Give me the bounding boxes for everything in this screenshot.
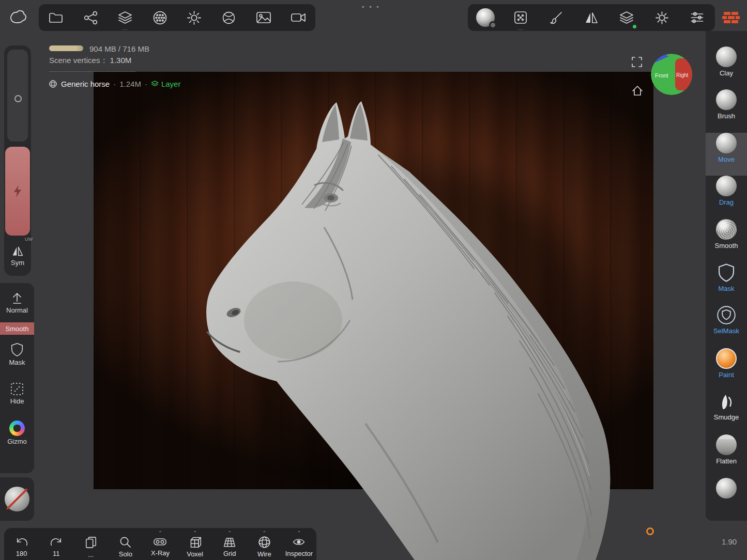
layers-green-icon (151, 80, 159, 88)
tool-flatten[interactable]: Flatten (706, 434, 747, 477)
smooth-mode-strip[interactable]: Smooth (0, 322, 34, 335)
scene-vertices-value: 1.30M (110, 56, 132, 65)
flatten-tool-icon (716, 434, 737, 455)
memory-usage-fill (49, 45, 83, 51)
nav-orientation-cube[interactable]: Front Right (650, 53, 693, 96)
clay-tool-icon (716, 46, 737, 67)
intensity-slider[interactable] (5, 147, 30, 236)
undo-count: 180 (16, 550, 27, 557)
falloff-disabled-sphere[interactable] (5, 487, 29, 511)
topbar-right: ... (468, 4, 715, 31)
nav-front-label: Front (655, 72, 668, 79)
camera-button[interactable] (286, 6, 310, 29)
solo-button[interactable]: ⌃ Solo (110, 531, 141, 558)
tool-partial[interactable] (706, 478, 747, 521)
stroke-normal-button[interactable]: Normal (0, 283, 34, 322)
background-image-button[interactable] (252, 6, 276, 29)
brush-tool-icon (716, 89, 737, 110)
radius-slider[interactable] (7, 50, 28, 142)
layer-label: Layer (161, 80, 181, 88)
object-info-row: Generic horse · 1.24M · Layer (49, 80, 180, 88)
fullscreen-icon[interactable] (631, 56, 643, 68)
lighting-button[interactable] (182, 6, 206, 29)
store-button[interactable] (720, 7, 742, 28)
solo-magnifier-icon (119, 536, 132, 549)
radius-slider-handle[interactable] (14, 95, 22, 102)
tool-move[interactable]: Move (706, 133, 747, 176)
symmetry-button[interactable] (580, 6, 603, 29)
paint-settings-button[interactable] (544, 6, 568, 29)
nav-right-label: Right (676, 72, 689, 78)
matcap-gear-icon (490, 22, 496, 28)
tool-smooth[interactable]: Smooth (706, 219, 747, 262)
lighting-icon (187, 10, 202, 25)
smooth-tool-icon (716, 219, 737, 240)
sliders-icon (690, 10, 705, 25)
tool-drag[interactable]: Drag (706, 176, 747, 219)
undo-icon (15, 536, 28, 548)
matcap-button[interactable] (474, 6, 497, 29)
pages-button[interactable]: ⌃ ... (75, 531, 106, 558)
tool-paint[interactable]: Paint (706, 348, 747, 391)
gizmo-orb-icon (9, 421, 25, 436)
symmetry-toggle[interactable]: Sym (4, 238, 31, 274)
home-icon[interactable] (631, 85, 644, 97)
layer-chip[interactable]: Layer (151, 80, 181, 88)
layers-button[interactable] (615, 6, 638, 29)
background-image-icon (256, 10, 271, 25)
inspector-button[interactable]: ⌃ Inspector (283, 531, 314, 557)
wireframe-icon (258, 536, 271, 549)
stamp-icon (513, 10, 528, 25)
sculpt-viewport[interactable]: Front Right (35, 31, 706, 560)
memory-usage-bar (49, 45, 83, 51)
scene-vertices-label: Scene vertices： (49, 56, 108, 65)
scene-stack-button[interactable]: ... (113, 6, 137, 29)
topology-icon (153, 10, 167, 25)
gizmo-button[interactable]: Gizmo (0, 413, 34, 453)
undo-button[interactable]: ⌃ 180 (6, 531, 37, 557)
wire-button[interactable]: ⌃ Wire (249, 531, 280, 558)
symmetry-icon (584, 10, 599, 25)
object-name: Generic horse (61, 80, 110, 88)
window-drag-handle[interactable]: • • • (362, 3, 380, 11)
tool-selmask[interactable]: SelMask (706, 305, 747, 348)
move-tool-icon (716, 133, 737, 153)
scene-graph-icon (83, 10, 98, 25)
tool-mask[interactable]: Mask (706, 262, 747, 305)
smudge-tool-icon (717, 392, 736, 411)
scene-graph-button[interactable] (79, 6, 102, 29)
stamp-button[interactable]: ... (509, 6, 532, 29)
hide-button[interactable]: Hide (0, 374, 34, 413)
voxel-button[interactable]: ⌃ Voxel (179, 531, 210, 558)
settings-gear-icon (654, 10, 669, 25)
selmask-tool-icon (716, 305, 736, 325)
falloff-panel (0, 477, 34, 521)
grid-button[interactable]: ⌃ Grid (214, 531, 245, 557)
files-button[interactable] (44, 6, 68, 29)
pages-icon (85, 536, 97, 549)
nomad-logo-icon[interactable] (7, 8, 29, 26)
layers-icon (619, 10, 634, 25)
bricks-icon (722, 10, 740, 25)
tool-clay[interactable]: Clay (706, 46, 747, 89)
dashed-separator: ------------------------------------ (49, 68, 136, 74)
matcap-sphere-icon (476, 8, 495, 27)
mesh-globe-icon (49, 80, 57, 88)
topology-button[interactable] (148, 6, 172, 29)
xray-button[interactable]: ⌃ X-Ray (145, 531, 176, 557)
sym-icon (10, 245, 25, 257)
tool-brush[interactable]: Brush (706, 89, 747, 132)
record-indicator[interactable] (646, 527, 654, 535)
redo-button[interactable]: ⌃ 11 (41, 531, 72, 557)
drag-tool-icon (716, 176, 737, 196)
zoom-level: 1.90 (722, 537, 737, 546)
material-button[interactable] (217, 6, 241, 29)
files-icon (48, 10, 64, 25)
paint-brush-icon (549, 10, 563, 25)
xray-icon (153, 536, 167, 548)
settings-button[interactable] (650, 6, 674, 29)
tool-smudge[interactable]: Smudge (706, 392, 747, 434)
sliders-button[interactable] (685, 6, 709, 29)
mask-button[interactable]: Mask (0, 335, 34, 374)
layers-notification-dot (633, 25, 636, 28)
